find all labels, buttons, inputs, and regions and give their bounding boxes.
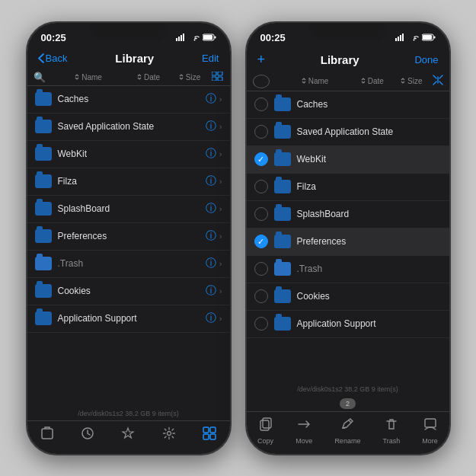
checkbox[interactable] [254, 262, 268, 276]
checkbox[interactable] [254, 207, 268, 221]
list-item[interactable]: .Trash [247, 256, 449, 283]
add-button-2[interactable]: + [257, 52, 266, 68]
battery-icon-2 [422, 34, 436, 43]
file-name: .Trash [297, 264, 442, 274]
list-item[interactable]: Application Support [247, 311, 449, 338]
info-button[interactable]: ⓘ [206, 284, 216, 298]
file-name: Filza [297, 181, 442, 192]
svg-rect-29 [425, 419, 436, 427]
sort-size-2[interactable]: Size [393, 77, 430, 85]
info-button[interactable]: ⓘ [206, 202, 216, 216]
list-item[interactable]: SplashBoard ⓘ › [27, 196, 230, 223]
time-1: 00:25 [41, 32, 66, 43]
done-button-2[interactable]: Done [414, 54, 438, 65]
folder-icon [35, 174, 52, 188]
list-item[interactable]: Caches ⓘ › [27, 86, 230, 113]
nav-bar-2: + Library Done [247, 50, 449, 72]
toolbar-item-settings[interactable] [161, 426, 177, 445]
list-item[interactable]: .Trash ⓘ › [27, 251, 230, 278]
rename-icon [340, 417, 355, 436]
search-icon-1[interactable]: 🔍 [34, 72, 46, 83]
nav-bar-1: Back Library Edit [27, 50, 230, 69]
svg-rect-26 [433, 36, 435, 38]
chevron-icon: › [219, 94, 222, 104]
list-item[interactable]: Cookies [247, 283, 449, 311]
list-item[interactable]: ✓ Preferences [247, 228, 449, 256]
list-item[interactable]: Saved Application State ⓘ › [27, 113, 230, 141]
file-name: Cookies [297, 291, 442, 302]
select-all-circle[interactable] [253, 75, 270, 88]
edit-button-1[interactable]: Edit [202, 53, 219, 64]
sort-size-1[interactable]: Size [171, 73, 209, 81]
sort-name-1[interactable]: Name [50, 73, 126, 81]
phone-2: 00:25 + Library Done [245, 21, 451, 455]
nav-title-1: Library [115, 52, 154, 65]
checkbox-checked[interactable]: ✓ [254, 235, 268, 248]
folder-icon [274, 180, 291, 193]
info-button[interactable]: ⓘ [206, 120, 216, 133]
list-item[interactable]: ✓ WebKit [247, 146, 449, 174]
svg-rect-25 [423, 35, 432, 40]
list-item[interactable]: Saved Application State [247, 119, 449, 146]
checkbox[interactable] [254, 180, 268, 193]
file-name: Saved Application State [58, 121, 206, 132]
chevron-icon: › [219, 232, 222, 241]
info-button[interactable]: ⓘ [206, 229, 216, 243]
list-item[interactable]: Preferences ⓘ › [27, 223, 230, 251]
file-name: SplashBoard [58, 203, 206, 214]
view-toggle-1[interactable] [212, 72, 224, 83]
notch-2 [310, 23, 386, 40]
phones-container: 00:25 Back [26, 21, 451, 455]
info-button[interactable]: ⓘ [206, 174, 216, 188]
folder-icon [35, 92, 52, 106]
list-item[interactable]: Filza [247, 174, 449, 201]
list-item[interactable]: WebKit ⓘ › [27, 141, 230, 168]
toolbar-copy[interactable]: Copy [257, 417, 273, 445]
sort-date-2[interactable]: Date [354, 77, 391, 85]
folder-icon [274, 207, 291, 221]
view-toggle-2[interactable] [433, 75, 443, 88]
list-item[interactable]: Application Support ⓘ › [27, 305, 230, 333]
back-button-1[interactable]: Back [38, 53, 68, 64]
svg-rect-16 [210, 427, 216, 433]
checkbox[interactable] [254, 289, 268, 303]
screen-1: 00:25 Back [27, 23, 230, 454]
info-button[interactable]: ⓘ [206, 311, 216, 325]
checkbox-checked[interactable]: ✓ [254, 152, 268, 166]
list-item[interactable]: Filza ⓘ › [27, 168, 230, 196]
svg-rect-7 [214, 36, 216, 38]
toolbar-item-recents[interactable] [80, 426, 95, 445]
checkbox[interactable] [254, 125, 268, 139]
file-name: .Trash [58, 258, 206, 269]
file-list-1: Caches ⓘ › Saved Application State ⓘ › W… [27, 86, 230, 407]
file-name: Application Support [58, 313, 206, 324]
toolbar-rename[interactable]: Rename [334, 417, 360, 445]
svg-point-14 [167, 431, 171, 435]
page-dot: 2 [340, 398, 356, 409]
checkbox[interactable] [254, 97, 268, 111]
toolbar-more[interactable]: More [422, 417, 438, 445]
svg-rect-18 [210, 434, 216, 439]
checkbox[interactable] [254, 317, 268, 331]
svg-rect-9 [218, 72, 222, 75]
time-2: 00:25 [260, 32, 286, 43]
sort-date-1[interactable]: Date [129, 73, 168, 81]
svg-point-23 [413, 39, 414, 40]
toolbar-item-browse[interactable] [202, 426, 217, 445]
list-item[interactable]: Cookies ⓘ › [27, 278, 230, 305]
sort-bar-1: 🔍 Name Date Size [27, 69, 230, 86]
toolbar-item-favorites[interactable] [120, 426, 136, 445]
svg-rect-6 [203, 35, 212, 40]
folder-icon [274, 235, 291, 248]
list-item[interactable]: Caches [247, 91, 449, 119]
info-button[interactable]: ⓘ [206, 147, 216, 161]
info-button[interactable]: ⓘ [206, 92, 216, 106]
status-icons-2 [395, 34, 436, 43]
list-item[interactable]: SplashBoard [247, 201, 449, 228]
toolbar-move[interactable]: Move [296, 417, 312, 445]
svg-rect-28 [263, 418, 271, 428]
sort-name-2[interactable]: Name [279, 77, 351, 85]
toolbar-item-files[interactable] [40, 426, 55, 445]
info-button[interactable]: ⓘ [206, 257, 216, 270]
toolbar-trash[interactable]: Trash [383, 417, 401, 445]
